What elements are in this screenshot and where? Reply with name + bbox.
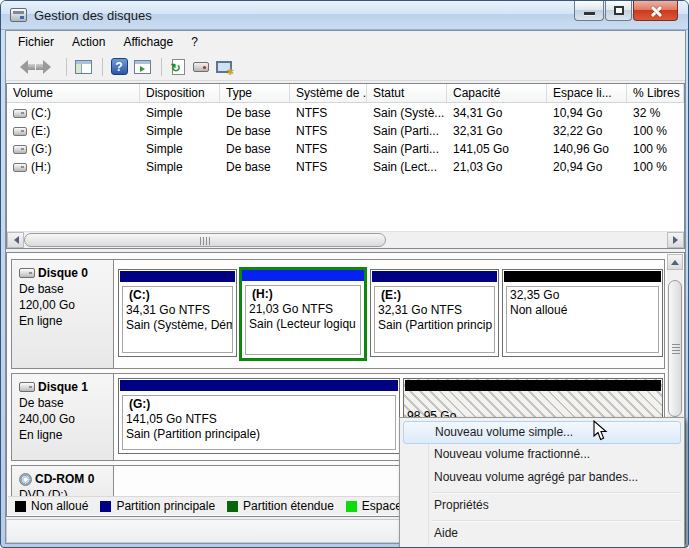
partition-status: Sain (Partition principale) [126,427,392,442]
context-menu: Nouveau volume simple... Nouveau volume … [399,417,685,548]
volume-name: (G:) [31,142,52,156]
volume-status: Sain (Lect... [367,160,447,174]
volume-free-space: 10,94 Go [547,106,627,120]
scroll-left-button[interactable] [7,232,24,248]
disk-0-label[interactable]: Disque 0 De base 120,00 Go En ligne [12,260,114,368]
column-header-capacite[interactable]: Capacité [447,84,547,102]
table-row[interactable]: (G:) Simple De base NTFS Sain (Parti... … [7,140,684,158]
legend-color-swatch [346,501,357,512]
volume-type: De base [220,106,290,120]
legend-label: Non alloué [31,499,88,513]
partition-h-extended[interactable]: (H:) 21,03 Go NTFS Sain (Lecteur logiqu [239,267,367,361]
volume-capacity: 34,31 Go [447,106,547,120]
volume-layout: Simple [140,160,220,174]
partition-g[interactable]: (G:) 141,05 Go NTFS Sain (Partition prin… [118,378,400,454]
column-header-statut[interactable]: Statut [367,84,447,102]
restore-button[interactable] [605,1,632,21]
legend-label: Partition étendue [243,499,334,513]
partition-color-bar [242,270,364,281]
toolbar: ? ↻ [6,53,685,81]
volume-capacity: 141,05 Go [447,142,547,156]
menu-item-new-spanned-volume[interactable]: Nouveau volume fractionné... [401,444,683,467]
unallocated-disk0[interactable]: 32,35 Go Non alloué [502,269,663,357]
partition-color-bar [504,271,661,282]
horizontal-scrollbar[interactable] [7,231,684,248]
menu-action[interactable]: Action [63,32,114,52]
table-row[interactable]: (H:) Simple De base NTFS Sain (Lect... 2… [7,158,684,176]
legend-unallocated: Non alloué [15,499,88,513]
manage-computer-icon[interactable] [214,57,234,77]
volume-status: Sain (Parti... [367,124,447,138]
legend-extended-partition: Partition étendue [227,499,334,513]
window-title: Gestion des disques [34,8,152,23]
menu-bar: Fichier Action Affichage ? [6,31,685,53]
console-tree-icon[interactable] [73,57,93,77]
mouse-cursor [593,420,608,445]
volume-name: (E:) [31,124,50,138]
volume-name: (C:) [31,106,51,120]
partition-e[interactable]: (E:) 32,31 Go NTFS Sain (Partition princ… [370,269,499,357]
disk-state: En ligne [19,427,109,443]
disk-name: Disque 1 [38,379,88,395]
disk-0-row: Disque 0 De base 120,00 Go En ligne (C:)… [11,259,665,369]
column-header-espace[interactable]: Espace li... [547,84,627,102]
volume-status: Sain (Parti... [367,142,447,156]
rescan-disks-icon[interactable] [191,57,211,77]
column-header-volume[interactable]: Volume [7,84,140,102]
legend-color-swatch [15,501,26,512]
partition-color-bar [372,271,497,282]
partition-color-bar [120,380,398,391]
menu-separator [432,520,681,521]
partition-size: 32,35 Go [510,288,655,303]
menu-item-new-striped-volume[interactable]: Nouveau volume agrégé par bandes... [401,467,683,490]
menu-item-new-simple-volume[interactable]: Nouveau volume simple... [403,421,681,444]
volume-free-space: 20,94 Go [547,160,627,174]
title-bar[interactable]: Gestion des disques [1,1,688,30]
partition-status: Non alloué [510,303,655,318]
partition-size: 32,31 Go NTFS [378,303,491,318]
horizontal-scroll-thumb[interactable] [24,233,386,247]
cdrom-name: CD-ROM 0 [35,471,94,487]
action-pane-icon[interactable] [132,57,152,77]
menu-item-help[interactable]: Aide [401,523,683,546]
menu-item-properties[interactable]: Propriétés [401,495,683,518]
menu-fichier[interactable]: Fichier [9,32,63,52]
close-button[interactable] [633,1,678,21]
scroll-right-button[interactable] [667,232,684,248]
restore-icon [614,6,624,15]
volume-name: (H:) [31,160,51,174]
drive-icon [13,163,27,172]
forward-icon[interactable] [37,57,57,77]
volume-type: De base [220,142,290,156]
scroll-up-button[interactable] [667,254,683,270]
volume-list-header: Volume Disposition Type Système de ... S… [7,84,684,103]
disk-1-label[interactable]: Disque 1 De base 240,00 Go En ligne [12,374,114,460]
menu-affichage[interactable]: Affichage [114,32,182,52]
column-header-libres[interactable]: % Libres [627,84,684,102]
column-header-disposition[interactable]: Disposition [140,84,220,102]
column-header-systeme[interactable]: Système de ... [290,84,367,102]
disk-name: Disque 0 [38,265,88,281]
toolbar-separator [66,58,67,76]
partition-color-bar [405,380,661,391]
back-icon[interactable] [14,57,34,77]
table-row[interactable]: (E:) Simple De base NTFS Sain (Parti... … [7,122,684,140]
help-icon[interactable]: ? [109,57,129,77]
disk-management-icon [10,8,27,22]
partition-c[interactable]: (C:) 34,31 Go NTFS Sain (Système, Démar [118,269,237,357]
volume-layout: Simple [140,106,220,120]
partition-label: (G:) [126,397,392,412]
column-header-type[interactable]: Type [220,84,290,102]
menu-help[interactable]: ? [182,32,207,52]
volume-type: De base [220,124,290,138]
toolbar-separator [161,58,162,76]
legend-color-swatch [227,501,238,512]
minimize-button[interactable] [574,1,604,21]
disk-size: 240,00 Go [19,411,109,427]
table-row[interactable]: (C:) Simple De base NTFS Sain (Systè... … [7,104,684,122]
volume-fs: NTFS [290,124,367,138]
volume-fs: NTFS [290,142,367,156]
partition-status: Sain (Partition princip [378,318,491,333]
refresh-icon[interactable]: ↻ [168,57,188,77]
vertical-scroll-thumb[interactable] [668,280,682,417]
